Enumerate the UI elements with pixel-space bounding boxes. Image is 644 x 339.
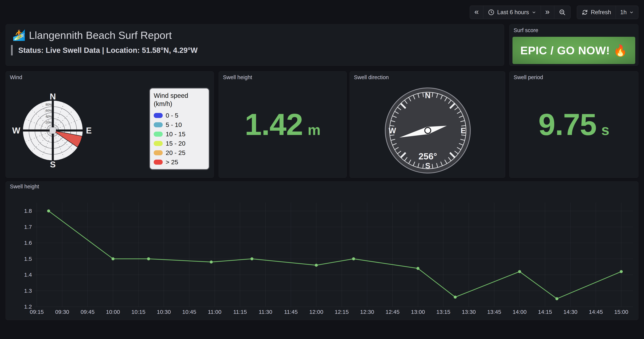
time-shift-back-button[interactable]: « xyxy=(470,6,483,19)
rose-cardinal-label: N xyxy=(50,92,56,101)
chevron-down-icon xyxy=(532,10,536,15)
swell-period-stat-panel: Swell period 9.75 s xyxy=(509,71,638,178)
x-axis-label: 13:45 xyxy=(487,309,501,315)
legend-label: 15 - 20 xyxy=(166,140,186,147)
x-axis-label: 10:30 xyxy=(157,309,171,315)
y-axis-label: 1.4 xyxy=(24,272,32,278)
status-blockquote: Status: Live Swell Data | Location: 51.5… xyxy=(11,45,198,56)
x-axis-label: 12:30 xyxy=(360,309,374,315)
y-axis-label: 1.3 xyxy=(24,288,32,294)
dashboard-toolbar: « Last 6 hours » xyxy=(470,6,638,19)
swell-height-unit: m xyxy=(308,122,320,139)
x-axis-label: 12:00 xyxy=(309,309,323,315)
chevrons-right-icon: » xyxy=(545,8,550,17)
surfer-emoji-icon: 🏄 xyxy=(12,29,26,41)
refresh-label: Refresh xyxy=(591,9,611,16)
zoom-out-button[interactable] xyxy=(554,6,570,19)
y-axis-label: 1.6 xyxy=(24,240,32,246)
compass: NESW256° xyxy=(350,72,506,178)
wind-legend-items: 0 - 55 - 1010 - 1515 - 2020 - 25> 25 xyxy=(154,110,205,166)
legend-swatch xyxy=(154,160,163,165)
legend-item: 5 - 10 xyxy=(154,121,205,128)
x-axis-label: 09:45 xyxy=(80,309,94,315)
quote-bar xyxy=(11,45,13,56)
stat-wrap: 1.42 m xyxy=(219,72,346,178)
compass-cardinal-label: S xyxy=(425,161,430,170)
x-axis-label: 09:15 xyxy=(30,309,44,315)
time-shift-forward-button[interactable]: » xyxy=(541,6,554,19)
page-title-text: Llangennith Beach Surf Report xyxy=(29,29,172,41)
refresh-icon xyxy=(582,9,588,16)
legend-item: 20 - 25 xyxy=(154,149,205,156)
legend-swatch xyxy=(154,132,163,137)
refresh-button[interactable]: Refresh xyxy=(577,6,616,19)
x-axis-label: 11:30 xyxy=(259,309,272,315)
legend-label: 20 - 25 xyxy=(166,149,186,156)
series-line xyxy=(49,211,621,299)
x-axis-label: 11:15 xyxy=(233,309,247,315)
panel-title: Swell height xyxy=(219,72,346,83)
y-axis-label: 1.5 xyxy=(24,256,32,262)
legend-label: 5 - 10 xyxy=(166,121,182,128)
swell-height-chart[interactable]: 1.21.31.41.51.61.71.809:1509:3009:4510:0… xyxy=(6,182,638,320)
y-axis-label: 1.8 xyxy=(24,208,32,214)
x-axis-label: 09:30 xyxy=(55,309,69,315)
legend-swatch xyxy=(154,141,163,146)
rose-ring-label: 60% xyxy=(46,109,52,112)
rose-ring-label: 80% xyxy=(46,103,52,106)
series-point xyxy=(250,257,253,260)
header-panel: 🏄 Llangennith Beach Surf Report Status: … xyxy=(6,24,504,66)
compass-cardinal-label: W xyxy=(388,126,396,135)
series-point xyxy=(518,270,521,273)
chevrons-left-icon: « xyxy=(474,8,479,17)
swell-direction-panel: Swell direction NESW256° xyxy=(350,71,505,178)
legend-item: > 25 xyxy=(154,158,205,166)
series-point xyxy=(416,267,420,270)
x-axis-label: 14:15 xyxy=(538,309,552,315)
series-point xyxy=(315,264,318,267)
zoom-out-icon xyxy=(559,9,566,16)
x-axis-label: 11:00 xyxy=(208,309,222,315)
swell-height-stat-panel: Swell height 1.42 m xyxy=(219,71,347,178)
chevron-down-icon xyxy=(629,10,634,15)
series-point xyxy=(556,297,558,300)
legend-item: 0 - 5 xyxy=(154,112,205,119)
clock-icon xyxy=(488,9,494,16)
page-title: 🏄 Llangennith Beach Surf Report xyxy=(12,29,172,41)
interval-label: 1h xyxy=(620,9,627,16)
rose-center xyxy=(50,127,56,134)
x-axis-label: 14:00 xyxy=(513,309,527,315)
refresh-interval-dropdown[interactable]: 1h xyxy=(616,6,638,19)
series-point xyxy=(352,257,355,260)
stat-wrap: 9.75 s xyxy=(510,72,638,178)
wind-legend-title: Wind speed (km/h) xyxy=(154,92,205,108)
x-axis-label: 10:00 xyxy=(106,309,120,315)
wind-legend: Wind speed (km/h) 0 - 55 - 1010 - 1515 -… xyxy=(149,88,210,170)
series-point xyxy=(147,257,150,260)
x-axis-label: 10:15 xyxy=(131,309,145,315)
surf-score-value: EPIC / GO NOW! 🔥 xyxy=(520,44,628,57)
y-axis-label: 1.7 xyxy=(24,224,32,230)
swell-period-unit: s xyxy=(601,122,609,139)
series-point xyxy=(47,209,50,212)
compass-value: 256° xyxy=(418,151,437,161)
chart-panel: Swell height 1.21.31.41.51.61.71.809:150… xyxy=(6,181,638,320)
surf-score-panel: Surf score EPIC / GO NOW! 🔥 xyxy=(509,24,638,66)
time-range-picker[interactable]: Last 6 hours xyxy=(483,6,541,19)
x-axis-label: 10:45 xyxy=(182,309,196,315)
panel-title: Swell height xyxy=(6,182,638,192)
time-range-group: « Last 6 hours » xyxy=(470,6,570,19)
legend-swatch xyxy=(154,122,163,127)
series-point xyxy=(620,270,623,273)
series-point xyxy=(210,261,213,264)
x-axis-label: 13:30 xyxy=(462,309,476,315)
legend-label: > 25 xyxy=(166,158,178,166)
swell-height-value: 1.42 xyxy=(245,107,303,142)
x-axis-label: 11:45 xyxy=(284,309,298,315)
rose-cardinal-label: E xyxy=(86,126,92,135)
wind-panel: Wind 20%40%60%80%NESW Wind speed (km/h) … xyxy=(6,71,214,178)
legend-item: 10 - 15 xyxy=(154,131,205,138)
compass-cardinal-label: E xyxy=(460,126,466,135)
x-axis-label: 13:15 xyxy=(436,309,450,315)
compass-cardinal-label: N xyxy=(425,91,430,100)
